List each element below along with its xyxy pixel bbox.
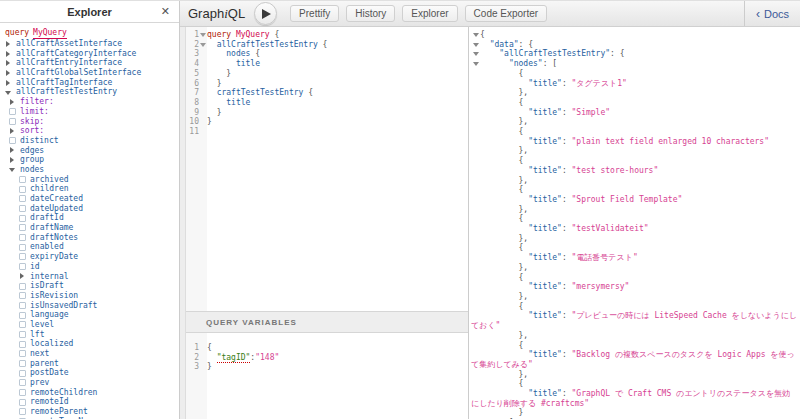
- explorer-node-field[interactable]: language: [0, 310, 179, 320]
- explorer-root-field[interactable]: allCraftGlobalSetInterface: [0, 68, 179, 78]
- field-checkbox[interactable]: [19, 331, 26, 338]
- field-checkbox[interactable]: [19, 389, 26, 396]
- field-checkbox[interactable]: [9, 108, 16, 115]
- explorer-node-field[interactable]: id: [0, 262, 179, 272]
- explorer-node-field[interactable]: dateCreated: [0, 194, 179, 204]
- execute-button[interactable]: [254, 2, 277, 25]
- field-checkbox[interactable]: [19, 244, 26, 251]
- code-exporter-button[interactable]: Code Exporter: [465, 5, 547, 22]
- chevron-right-icon[interactable]: [20, 273, 24, 279]
- field-checkbox[interactable]: [19, 234, 26, 241]
- chevron-right-icon[interactable]: [10, 147, 14, 153]
- field-checkbox[interactable]: [19, 292, 26, 299]
- explorer-node-field[interactable]: isDraft: [0, 281, 179, 291]
- explorer-node-field[interactable]: level: [0, 320, 179, 330]
- field-checkbox[interactable]: [19, 253, 26, 260]
- field-checkbox[interactable]: [19, 399, 26, 406]
- fold-marker-icon[interactable]: [473, 62, 479, 66]
- explorer-node-field[interactable]: next: [0, 349, 179, 359]
- chevron-right-icon[interactable]: [10, 99, 14, 105]
- query-editor[interactable]: 1query MyQuery {2 allCraftTestTestEntry …: [186, 27, 468, 311]
- field-checkbox[interactable]: [19, 176, 26, 183]
- fold-marker-icon[interactable]: [199, 30, 207, 40]
- explorer-node-field[interactable]: draftName: [0, 223, 179, 233]
- explorer-node-field[interactable]: remoteParent: [0, 407, 179, 417]
- chevron-right-icon[interactable]: [6, 41, 10, 47]
- chevron-right-icon[interactable]: [6, 70, 10, 76]
- explorer-node-field[interactable]: archived: [0, 175, 179, 185]
- query-variables-header[interactable]: QUERY VARIABLES: [186, 311, 468, 333]
- field-checkbox[interactable]: [19, 408, 26, 415]
- prettify-button[interactable]: Prettify: [290, 5, 339, 22]
- explorer-root-field[interactable]: allCraftEntryInterface: [0, 58, 179, 68]
- field-checkbox[interactable]: [19, 215, 26, 222]
- field-checkbox[interactable]: [9, 118, 16, 125]
- explorer-root-field[interactable]: allCraftAssetInterface: [0, 39, 179, 49]
- result-viewer[interactable]: { "data": { "allCraftTestTestEntry": { "…: [468, 27, 800, 419]
- explorer-field[interactable]: distinct: [0, 136, 179, 146]
- field-checkbox[interactable]: [19, 312, 26, 319]
- field-checkbox[interactable]: [19, 302, 26, 309]
- field-checkbox[interactable]: [19, 341, 26, 348]
- chevron-down-icon[interactable]: [5, 91, 11, 95]
- explorer-node-field[interactable]: dateUpdated: [0, 204, 179, 214]
- fold-marker-icon[interactable]: [473, 43, 479, 47]
- explorer-node-field[interactable]: draftNotes: [0, 233, 179, 243]
- explorer-node-field[interactable]: postDate: [0, 368, 179, 378]
- explorer-node-field[interactable]: remoteId: [0, 397, 179, 407]
- field-checkbox[interactable]: [19, 186, 26, 193]
- explorer-node-field[interactable]: children: [0, 184, 179, 194]
- field-checkbox[interactable]: [19, 283, 26, 290]
- explorer-arg[interactable]: limit:: [0, 107, 179, 117]
- field-checkbox[interactable]: [19, 205, 26, 212]
- explorer-node-field[interactable]: isRevision: [0, 291, 179, 301]
- chevron-right-icon[interactable]: [6, 60, 10, 66]
- close-icon[interactable]: ✕: [161, 4, 170, 19]
- explorer-node-field[interactable]: localized: [0, 339, 179, 349]
- explorer-arg[interactable]: sort:: [0, 126, 179, 136]
- field-checkbox[interactable]: [19, 263, 26, 270]
- explorer-node-field[interactable]: expiryDate: [0, 252, 179, 262]
- fold-marker-icon[interactable]: [473, 33, 479, 37]
- field-checkbox[interactable]: [19, 379, 26, 386]
- explorer-node-field[interactable]: remoteChildren: [0, 388, 179, 398]
- explorer-node-field[interactable]: prev: [0, 378, 179, 388]
- explorer-arg[interactable]: filter:: [0, 97, 179, 107]
- field-checkbox[interactable]: [19, 360, 26, 367]
- field-checkbox-slot: [19, 195, 30, 202]
- explorer-root-field[interactable]: allCraftCategoryInterface: [0, 49, 179, 59]
- variables-editor[interactable]: 1{2 "tagID":"148"3}: [186, 333, 468, 419]
- explorer-toggle-button[interactable]: Explorer: [402, 5, 457, 22]
- fold-marker-icon[interactable]: [473, 52, 479, 56]
- explorer-node-field[interactable]: draftId: [0, 213, 179, 223]
- code-text: {: [207, 343, 468, 353]
- chevron-right-icon[interactable]: [10, 128, 14, 134]
- code-text: title: [207, 98, 468, 108]
- chevron-right-icon[interactable]: [6, 51, 10, 57]
- chevron-down-icon[interactable]: [9, 168, 15, 172]
- chevron-right-icon[interactable]: [6, 80, 10, 86]
- explorer-node-field[interactable]: enabled: [0, 242, 179, 252]
- explorer-field[interactable]: group: [0, 155, 179, 165]
- explorer-field[interactable]: nodes: [0, 165, 179, 175]
- explorer-field[interactable]: edges: [0, 146, 179, 156]
- explorer-root-field[interactable]: allCraftTestTestEntry: [0, 87, 179, 97]
- field-checkbox[interactable]: [19, 195, 26, 202]
- chevron-right-icon[interactable]: [10, 157, 14, 163]
- explorer-tree[interactable]: query MyQuery allCraftAssetInterfaceallC…: [0, 23, 179, 419]
- explorer-root-field[interactable]: allCraftTagInterface: [0, 78, 179, 88]
- field-checkbox[interactable]: [19, 224, 26, 231]
- operation-name[interactable]: MyQuery: [33, 27, 67, 39]
- explorer-node-field[interactable]: parent: [0, 359, 179, 369]
- field-checkbox[interactable]: [9, 137, 16, 144]
- fold-marker-icon[interactable]: [199, 40, 207, 50]
- field-checkbox[interactable]: [19, 321, 26, 328]
- field-checkbox[interactable]: [19, 370, 26, 377]
- field-checkbox[interactable]: [19, 350, 26, 357]
- explorer-node-field[interactable]: lft: [0, 330, 179, 340]
- history-button[interactable]: History: [346, 5, 395, 22]
- explorer-node-field[interactable]: isUnsavedDraft: [0, 301, 179, 311]
- explorer-node-field[interactable]: internal: [0, 272, 179, 282]
- explorer-arg[interactable]: skip:: [0, 117, 179, 127]
- docs-link[interactable]: ‹ Docs: [744, 1, 800, 26]
